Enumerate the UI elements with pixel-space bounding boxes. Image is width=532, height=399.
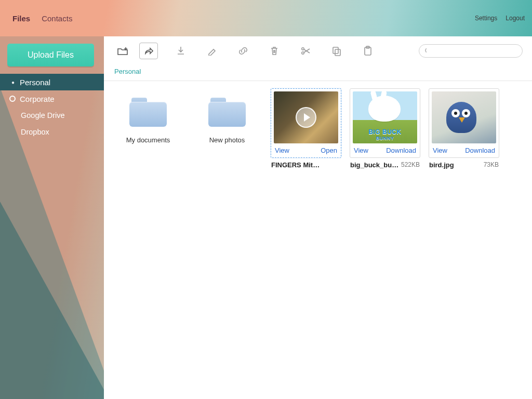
- top-nav: Files Contacts Settings Logout: [0, 0, 532, 36]
- file-card: View Download: [429, 88, 499, 158]
- search-input[interactable]: [430, 47, 517, 55]
- trash-icon: [270, 46, 279, 56]
- sidebar-item-personal[interactable]: ● Personal: [0, 74, 104, 90]
- folder-name: New photos: [189, 134, 265, 146]
- share-button[interactable]: [139, 43, 158, 59]
- file-name: big_buck_bu…: [350, 161, 398, 169]
- copy-button[interactable]: [325, 41, 348, 61]
- sidebar-item-label: Corporate: [20, 95, 55, 103]
- sidebar-item-corporate[interactable]: Corporate: [0, 90, 104, 107]
- file-action-view[interactable]: View: [275, 147, 289, 154]
- copy-icon: [331, 46, 342, 56]
- file-name: FINGERS Mitchell C…: [271, 161, 321, 169]
- file-item[interactable]: View Download bird.jpg 73KB: [426, 88, 502, 169]
- upload-files-button[interactable]: Upload Files: [7, 44, 94, 66]
- link-logout[interactable]: Logout: [506, 15, 525, 22]
- search-box[interactable]: [419, 44, 523, 58]
- breadcrumb: Personal: [104, 65, 532, 81]
- main-panel: Personal My documents New photos View Op…: [104, 36, 532, 399]
- new-folder-button[interactable]: [111, 41, 134, 61]
- folder-icon: [208, 98, 246, 127]
- delete-button[interactable]: [263, 41, 286, 61]
- file-size: 522KB: [401, 161, 420, 169]
- sidebar-item-dropbox[interactable]: Dropbox: [0, 124, 104, 140]
- share-icon: [144, 47, 153, 55]
- breadcrumb-root[interactable]: Personal: [114, 68, 141, 75]
- file-thumbnail[interactable]: [432, 91, 496, 143]
- bullet-icon: ●: [9, 79, 17, 85]
- folder-item[interactable]: My documents: [110, 88, 186, 169]
- download-button[interactable]: [169, 41, 192, 61]
- svg-point-0: [302, 48, 304, 50]
- file-card: View Open: [271, 88, 341, 158]
- folder-item[interactable]: New photos: [189, 88, 265, 169]
- clipboard-icon: [364, 46, 372, 56]
- edit-button[interactable]: [201, 41, 223, 61]
- file-action-view[interactable]: View: [354, 147, 368, 154]
- svg-rect-3: [335, 49, 340, 56]
- sidebar: Upload Files ● Personal Corporate Google…: [0, 36, 104, 399]
- file-action-download[interactable]: Download: [465, 147, 495, 154]
- new-folder-icon: [117, 46, 128, 56]
- play-icon: [296, 107, 316, 128]
- radio-icon: [9, 96, 16, 102]
- tab-files[interactable]: Files: [7, 10, 35, 27]
- svg-rect-2: [333, 47, 338, 54]
- file-item[interactable]: BIG BUCKBUNNY View Download big_buck_bu……: [347, 88, 423, 169]
- folder-icon: [129, 98, 167, 127]
- file-item[interactable]: View Open FINGERS Mitchell C…: [268, 88, 344, 169]
- toolbar: [104, 36, 532, 65]
- sidebar-nav: ● Personal Corporate Google Drive Dropbo…: [0, 74, 104, 140]
- file-action-open[interactable]: Open: [321, 147, 337, 154]
- svg-point-1: [302, 52, 304, 54]
- link-button[interactable]: [232, 41, 255, 61]
- cut-button[interactable]: [294, 41, 317, 61]
- paste-button[interactable]: [356, 41, 379, 61]
- tab-contacts[interactable]: Contacts: [36, 10, 77, 27]
- sidebar-item-label: Personal: [20, 78, 50, 87]
- folder-name: My documents: [110, 134, 186, 146]
- sidebar-item-label: Google Drive: [21, 111, 65, 119]
- svg-point-6: [425, 48, 427, 52]
- link-icon: [238, 46, 248, 56]
- file-card: BIG BUCKBUNNY View Download: [350, 88, 420, 158]
- sidebar-item-google-drive[interactable]: Google Drive: [0, 107, 104, 124]
- sidebar-item-label: Dropbox: [21, 128, 49, 136]
- pencil-icon: [207, 46, 217, 56]
- file-thumbnail[interactable]: [274, 91, 338, 143]
- file-thumbnail[interactable]: BIG BUCKBUNNY: [353, 91, 417, 143]
- file-action-view[interactable]: View: [433, 147, 447, 154]
- link-settings[interactable]: Settings: [475, 15, 497, 22]
- search-icon: [424, 47, 427, 55]
- file-size: 73KB: [484, 161, 499, 169]
- file-grid: My documents New photos View Open FINGER…: [104, 81, 532, 176]
- download-icon: [176, 46, 185, 56]
- file-action-download[interactable]: Download: [386, 147, 416, 154]
- file-name: bird.jpg: [429, 161, 454, 169]
- scissors-icon: [300, 46, 311, 56]
